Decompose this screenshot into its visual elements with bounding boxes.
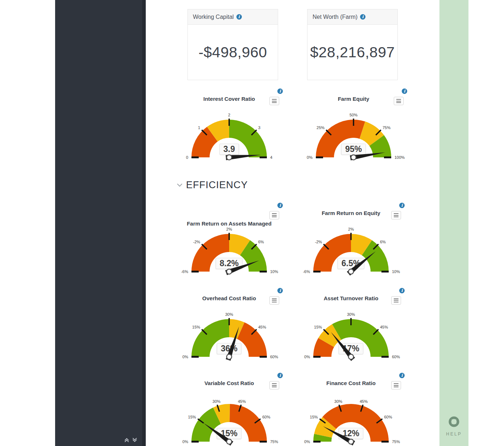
gauge-card: i Variable Cost Ratio 15% 0%15%30%45%60%…: [175, 371, 284, 446]
svg-text:60%: 60%: [392, 355, 400, 359]
card-title: Working Capital: [193, 14, 234, 20]
info-icon[interactable]: i: [402, 88, 407, 94]
double-chevron-up-icon[interactable]: [124, 437, 130, 443]
svg-text:0%: 0%: [304, 355, 310, 359]
svg-text:15%: 15%: [192, 325, 200, 329]
svg-text:25%: 25%: [317, 125, 325, 130]
svg-text:-2%: -2%: [315, 240, 322, 244]
svg-text:0%: 0%: [307, 155, 313, 160]
gauge-chart: -6%-2%2%6%10%: [175, 217, 284, 279]
chevron-down-icon: [177, 183, 183, 187]
hamburger-icon: [396, 99, 401, 103]
info-icon[interactable]: i: [277, 373, 283, 378]
gauge-chart: 0%15%30%45%60%: [297, 302, 405, 364]
sidebar-scrollbar[interactable]: [142, 0, 146, 446]
svg-text:30%: 30%: [212, 399, 220, 404]
svg-text:2%: 2%: [226, 227, 232, 231]
hamburger-icon: [394, 213, 398, 217]
dashboard-page: HELP Working Capital i -$498,960 Net Wor…: [0, 0, 504, 446]
svg-text:0%: 0%: [182, 355, 188, 359]
double-chevron-down-icon[interactable]: [132, 437, 138, 443]
svg-text:6%: 6%: [380, 240, 386, 244]
svg-text:60%: 60%: [262, 415, 270, 419]
svg-text:30%: 30%: [334, 399, 342, 404]
help-label: HELP: [439, 431, 468, 437]
info-icon[interactable]: i: [399, 288, 405, 293]
card-value: $28,216,897: [307, 25, 397, 80]
svg-text:45%: 45%: [258, 325, 266, 329]
svg-text:-2%: -2%: [193, 240, 201, 244]
svg-text:0: 0: [186, 155, 188, 160]
help-button[interactable]: HELP: [439, 416, 468, 437]
svg-text:30%: 30%: [347, 312, 355, 317]
info-icon[interactable]: i: [399, 203, 405, 208]
svg-text:3: 3: [258, 125, 260, 130]
svg-text:4: 4: [270, 155, 272, 160]
gauge-card: i Finance Cost Ratio 12% 0%15%30%45%60%7…: [297, 371, 405, 446]
card-header: Net Worth (Farm) i: [307, 9, 397, 25]
gauge-chart: 0%25%50%75%100%: [299, 103, 408, 165]
gauge-title: Asset Turnover Ratio: [324, 295, 379, 301]
svg-text:2%: 2%: [348, 227, 354, 231]
gauge-card: i Interest Cover Ratio 3.9 01234: [175, 87, 284, 165]
svg-text:15%: 15%: [188, 415, 196, 419]
svg-text:100%: 100%: [394, 155, 405, 160]
section-title: EFFICIENCY: [186, 179, 248, 191]
gauge-title: Interest Cover Ratio: [203, 96, 255, 102]
svg-text:-6%: -6%: [181, 269, 188, 274]
svg-text:75%: 75%: [392, 439, 400, 444]
svg-text:50%: 50%: [350, 113, 358, 117]
metric-card-net-worth: Net Worth (Farm) i $28,216,897: [307, 9, 398, 80]
svg-text:60%: 60%: [270, 355, 278, 359]
info-icon[interactable]: i: [360, 14, 365, 20]
section-header-efficiency[interactable]: EFFICIENCY: [177, 179, 248, 191]
svg-text:15%: 15%: [314, 325, 322, 329]
help-panel: HELP: [439, 0, 468, 446]
card-title: Net Worth (Farm): [313, 14, 358, 20]
hamburger-icon: [272, 213, 277, 217]
metric-card-working-capital: Working Capital i -$498,960: [187, 9, 278, 80]
gauge-title: Variable Cost Ratio: [205, 380, 254, 386]
svg-text:75%: 75%: [383, 125, 391, 130]
svg-text:60%: 60%: [384, 415, 392, 419]
svg-text:10%: 10%: [392, 269, 400, 274]
gauge-card: i Farm Equity 95% 0%25%50%75%100%: [299, 87, 408, 165]
gauge-chart: 0%15%30%45%60%: [175, 302, 284, 364]
sidebar-controls: [124, 437, 138, 443]
gauge-card: i Overhead Cost Ratio 36% 0%15%30%45%60%: [175, 286, 284, 364]
svg-text:45%: 45%: [238, 399, 246, 404]
card-value: -$498,960: [188, 25, 278, 80]
hamburger-icon: [272, 383, 277, 387]
info-icon[interactable]: i: [236, 14, 242, 20]
svg-text:45%: 45%: [360, 399, 368, 404]
svg-text:6%: 6%: [258, 240, 264, 244]
gauge-chart: 0%15%30%45%60%75%: [297, 387, 405, 446]
svg-text:0%: 0%: [304, 439, 310, 444]
gauge-chart: -6%-2%2%6%10%: [297, 217, 405, 279]
gauge-title: Finance Cost Ratio: [326, 380, 376, 386]
svg-text:30%: 30%: [225, 312, 233, 317]
svg-text:75%: 75%: [270, 439, 278, 444]
svg-text:-6%: -6%: [303, 269, 310, 274]
gauge-title: Overhead Cost Ratio: [202, 295, 256, 301]
hamburger-icon: [394, 383, 398, 387]
hamburger-icon: [272, 298, 277, 302]
svg-text:10%: 10%: [270, 269, 278, 274]
svg-text:15%: 15%: [310, 415, 318, 419]
card-header: Working Capital i: [188, 9, 278, 25]
gauge-card: i Farm Return on Equity 6.5% -6%-2%2%6%1…: [297, 201, 405, 279]
info-icon[interactable]: i: [277, 203, 283, 208]
svg-text:45%: 45%: [380, 325, 388, 329]
info-icon[interactable]: i: [277, 288, 283, 293]
info-icon[interactable]: i: [277, 88, 283, 94]
svg-text:1: 1: [198, 125, 200, 130]
left-sidebar: [55, 0, 146, 446]
info-icon[interactable]: i: [399, 373, 405, 378]
hamburger-icon: [272, 99, 277, 103]
gauge-card: i Farm Return on Assets Managed 8.2% -6%…: [175, 201, 284, 279]
gauge-chart: 0%15%30%45%60%75%: [175, 387, 284, 446]
hamburger-icon: [394, 298, 398, 302]
gauge-card: i Asset Turnover Ratio 17% 0%15%30%45%60…: [297, 286, 405, 364]
gauge-chart: 01234: [175, 103, 284, 165]
lifebuoy-icon: [448, 416, 460, 428]
